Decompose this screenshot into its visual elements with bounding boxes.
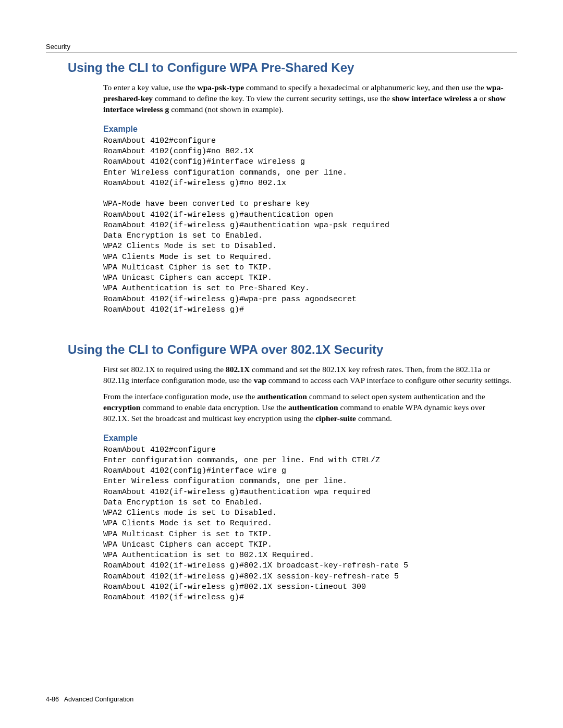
page: Security Using the CLI to Configure WPA … (0, 0, 563, 728)
section2-body: First set 802.1X to required using the 8… (103, 364, 513, 603)
section2-para2: From the interface configuration mode, u… (103, 391, 513, 424)
page-number: 4-86 (46, 696, 59, 703)
bold-text: show interface wireless a (392, 94, 478, 103)
section2-para1: First set 802.1X to required using the 8… (103, 364, 513, 386)
text: command to access each VAP interface to … (266, 376, 511, 385)
text: or (478, 94, 488, 103)
text: command to enable data encryption. Use t… (140, 403, 288, 412)
text: First set 802.1X to required using the (103, 365, 226, 374)
footer-label: Advanced Configuration (64, 696, 133, 703)
bold-text: encryption (103, 403, 140, 412)
section1-body: To enter a key value, use the wpa-psk-ty… (103, 82, 513, 315)
section1-para1: To enter a key value, use the wpa-psk-ty… (103, 82, 513, 115)
text: command to specify a hexadecimal or alph… (244, 83, 486, 92)
section1-example-label: Example (103, 125, 513, 134)
text: command to define the key. To view the c… (153, 94, 392, 103)
bold-text: cipher-suite (315, 414, 356, 423)
bold-text: 802.1X (226, 365, 250, 374)
text: From the interface configuration mode, u… (103, 392, 257, 401)
section2-code-block: RoamAbout 4102#configure Enter configura… (103, 445, 513, 603)
page-footer: 4-86 Advanced Configuration (46, 696, 133, 703)
section2-title: Using the CLI to Configure WPA over 802.… (68, 342, 517, 357)
text: command to select open system authentica… (307, 392, 485, 401)
text: command. (356, 414, 392, 423)
section2-example-label: Example (103, 434, 513, 443)
header-section-label: Security (46, 43, 517, 51)
bold-text: authentication (257, 392, 307, 401)
text: To enter a key value, use the (103, 83, 198, 92)
section1-code-block: RoamAbout 4102#configure RoamAbout 4102(… (103, 136, 513, 315)
section1-title: Using the CLI to Configure WPA Pre-Share… (68, 60, 517, 75)
bold-text: authentication (288, 403, 338, 412)
bold-text: vap (254, 376, 266, 385)
text: command (not shown in example). (169, 105, 284, 114)
bold-text: wpa-psk-type (198, 83, 244, 92)
header-rule (46, 53, 517, 53)
